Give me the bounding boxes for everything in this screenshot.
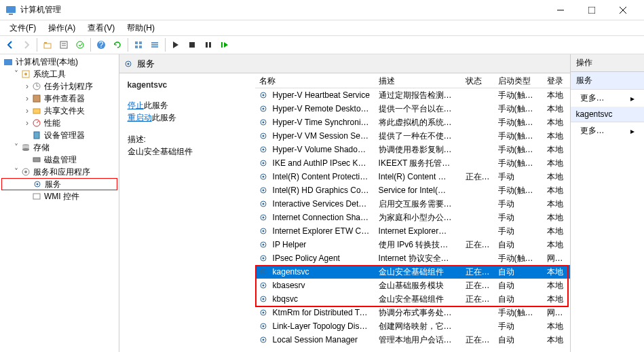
window-title: 计算机管理	[20, 4, 545, 16]
tree-shared[interactable]: ›共享文件夹	[1, 105, 117, 117]
service-row[interactable]: Intel(R) HD Graphics Con…Service for Int…	[255, 183, 570, 197]
cell-startup: 手动(触发…	[494, 158, 543, 169]
cell-name: Intel(R) Content Protectio…	[269, 172, 375, 181]
cell-name: Hyper-V VM Session Ser…	[269, 131, 375, 141]
col-logon[interactable]: 登录	[543, 73, 570, 88]
cell-startup: 手动	[494, 321, 543, 332]
menu-action[interactable]: 操作(A)	[43, 21, 81, 35]
forward-button[interactable]	[19, 37, 34, 52]
desc-label: 描述:	[128, 135, 146, 144]
svg-rect-14	[135, 41, 138, 44]
close-button[interactable]	[607, 0, 639, 20]
tree-diskmgmt[interactable]: 磁盘管理	[1, 154, 117, 166]
svg-rect-8	[60, 41, 67, 48]
svg-point-52	[262, 122, 264, 124]
tree-perf[interactable]: ›性能	[1, 117, 117, 129]
tree-tasksched[interactable]: ›任务计划程序	[1, 80, 117, 92]
svg-rect-17	[139, 46, 142, 48]
gear-icon	[258, 253, 269, 264]
service-row[interactable]: kbasesrv金山基础服务模块正在…自动本地	[255, 279, 570, 292]
service-row[interactable]: Interactive Services Dete…启用交互服务需要…手动本地	[255, 197, 570, 211]
export-button[interactable]	[73, 37, 88, 52]
restart-button[interactable]	[217, 37, 232, 52]
actions-more-2[interactable]: 更多…▸	[571, 122, 644, 139]
menu-view[interactable]: 查看(V)	[82, 21, 120, 35]
service-row[interactable]: Hyper-V VM Session Ser…提供了一种在不使…手动(触发…本地	[255, 129, 570, 143]
actions-more-1[interactable]: 更多…▸	[571, 90, 644, 107]
play-button[interactable]	[168, 37, 183, 52]
menu-file[interactable]: 文件(F)	[4, 21, 41, 35]
view1-button[interactable]	[131, 37, 146, 52]
col-status[interactable]: 状态	[461, 73, 494, 88]
restart-service-link[interactable]: 重启动	[128, 113, 152, 122]
toolbar: ?	[0, 35, 644, 54]
svg-point-60	[262, 176, 264, 178]
svg-point-64	[262, 203, 264, 205]
service-row[interactable]: kagentsvc金山安全基础组件正在…自动本地	[255, 265, 570, 279]
cell-name: IPsec Policy Agent	[269, 253, 375, 263]
cell-name: Hyper-V Volume Shadow…	[269, 145, 375, 154]
tree-systools[interactable]: ˅系统工具	[1, 68, 117, 80]
cell-logon: 本地	[543, 90, 570, 101]
navigation-tree[interactable]: 计算机管理(本地) ˅系统工具 ›任务计划程序 ›事件查看器 ›共享文件夹 ›性…	[0, 54, 119, 352]
stop-service-link[interactable]: 停止	[128, 101, 144, 110]
tree-services[interactable]: 服务	[1, 178, 117, 190]
cell-desc: 通过定期报告检测…	[375, 90, 461, 101]
cell-desc: 提供一个平台以在…	[375, 103, 461, 115]
cell-logon: 本地	[543, 334, 570, 346]
col-desc[interactable]: 描述	[375, 73, 461, 88]
service-row[interactable]: Link-Layer Topology Disc…创建网络映射，它…手动本地	[255, 319, 570, 333]
up-button[interactable]	[40, 37, 55, 52]
properties-button[interactable]	[56, 37, 71, 52]
service-row[interactable]: Internet Connection Shari…为家庭和小型办公…手动本地	[255, 211, 570, 224]
refresh-button[interactable]	[110, 37, 125, 52]
service-row[interactable]: IKE and AuthIP IPsec Key…IKEEXT 服务托管…手动(…	[255, 156, 570, 170]
cell-name: Hyper-V Remote Deskto…	[269, 104, 375, 113]
svg-point-48	[262, 94, 264, 96]
menu-help[interactable]: 帮助(H)	[121, 21, 160, 35]
service-row[interactable]: IP Helper使用 IPv6 转换技…正在…自动本地	[255, 238, 570, 251]
tree-svcapps[interactable]: ˅服务和应用程序	[1, 166, 117, 178]
service-row[interactable]: Hyper-V Remote Deskto…提供一个平台以在…手动(触发…本地	[255, 102, 570, 116]
help-button[interactable]: ?	[94, 37, 109, 52]
pause-button[interactable]	[201, 37, 216, 52]
gear-icon	[258, 185, 269, 196]
svg-point-50	[262, 108, 264, 110]
tree-devmgr[interactable]: 设备管理器	[1, 129, 117, 141]
service-row[interactable]: kbqsvc金山安全基础组件正在…自动本地	[255, 292, 570, 306]
actions-section-services[interactable]: 服务	[571, 72, 644, 90]
col-name[interactable]: 名称	[255, 73, 375, 88]
svg-point-43	[37, 183, 39, 186]
svg-point-41	[24, 171, 27, 173]
col-startup[interactable]: 启动类型	[494, 73, 543, 88]
view2-button[interactable]	[147, 37, 162, 52]
service-row[interactable]: Hyper-V Time Synchroniz…将此虚拟机的系统…手动(触发…本…	[255, 116, 570, 129]
service-row[interactable]: IPsec Policy AgentInternet 协议安全…手动(触发…网络…	[255, 251, 570, 265]
service-row[interactable]: KtmRm for Distributed Tr…协调分布式事务处…手动(触发……	[255, 306, 570, 319]
service-row[interactable]: Intel(R) Content Protectio…Intel(R) Cont…	[255, 170, 570, 183]
service-row[interactable]: Local Session Manager管理本地用户会话…正在…自动本地	[255, 333, 570, 347]
service-row[interactable]: Hyper-V Volume Shadow…协调使用卷影复制…手动(触发…本地	[255, 143, 570, 156]
svg-rect-24	[221, 42, 223, 48]
minimize-button[interactable]	[545, 0, 576, 20]
tree-storage[interactable]: ˅存储	[1, 141, 117, 154]
tree-root[interactable]: 计算机管理(本地)	[1, 56, 117, 68]
tree-wmi[interactable]: WMI 控件	[1, 190, 117, 203]
cell-desc: Intel(R) Content …	[375, 172, 461, 181]
svg-rect-32	[33, 109, 40, 113]
svg-rect-15	[139, 41, 142, 44]
back-button[interactable]	[3, 37, 18, 52]
tree-eventvwr[interactable]: ›事件查看器	[1, 92, 117, 105]
service-row[interactable]: Internet Explorer ETW C…Internet Explore…	[255, 224, 570, 238]
cell-desc: 协调使用卷影复制…	[375, 144, 461, 156]
svg-rect-22	[206, 42, 208, 48]
cell-logon: 本地	[543, 321, 570, 332]
gear-icon	[258, 171, 269, 182]
stop-button[interactable]	[185, 37, 200, 52]
actions-section-selected[interactable]: kagentsvc	[571, 107, 644, 122]
cell-startup: 自动	[494, 280, 543, 292]
service-row[interactable]: Hyper-V Heartbeat Service通过定期报告检测…手动(触发……	[255, 88, 570, 102]
services-list[interactable]: 名称 描述 状态 启动类型 登录 Hyper-V Heartbeat Servi…	[255, 73, 570, 352]
maximize-button[interactable]	[576, 0, 607, 20]
actions-header: 操作	[571, 54, 644, 72]
